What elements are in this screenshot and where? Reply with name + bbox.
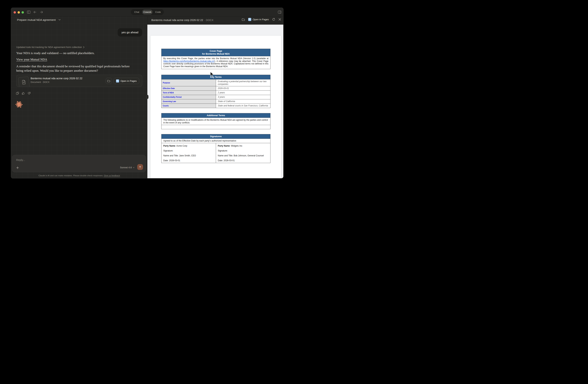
- back-icon[interactable]: [33, 11, 37, 14]
- signature-block-party2: Party Name: Widgets Inc Signature: Name …: [216, 143, 271, 163]
- additional-terms-heading: Additional Terms: [162, 113, 271, 118]
- right-sidebar-toggle-icon[interactable]: [278, 11, 281, 14]
- folder-icon: [107, 80, 110, 82]
- additional-terms-empty-row: [162, 125, 271, 129]
- zoom-window-button[interactable]: [21, 11, 24, 14]
- preview-file-type: DOCX: [206, 19, 213, 21]
- table-row: Effective Date2026-03-01: [162, 86, 271, 91]
- pages-app-icon: [248, 18, 251, 21]
- document-backdrop: Cover Page for Bonterms Mutual NDA By ex…: [147, 25, 284, 179]
- chevron-down-icon: [133, 167, 134, 168]
- signatures-table: Signatures Agreed to as of the Effective…: [161, 134, 271, 163]
- tab-code[interactable]: Code: [153, 10, 163, 15]
- bonterms-link[interactable]: https://bonterms.com/forms/bonterms-mutu…: [163, 60, 214, 62]
- open-in-pages-button[interactable]: Open in Pages: [248, 18, 269, 21]
- todo-update-row[interactable]: Updated todo list tracking for NDA agree…: [16, 46, 84, 48]
- tab-cowork[interactable]: Cowork: [142, 10, 153, 15]
- feedback-link[interactable]: Give us feedback: [104, 174, 120, 177]
- copy-icon[interactable]: [16, 92, 19, 95]
- thumbs-up-icon[interactable]: [22, 92, 25, 95]
- send-button[interactable]: [137, 164, 143, 170]
- preview-file-name: Bonterms mutual nda acme corp 2026 02 22: [151, 19, 203, 21]
- message-actions: [16, 92, 31, 95]
- refresh-icon[interactable]: [272, 18, 275, 21]
- preview-header: Bonterms mutual nda acme corp 2026 02 22…: [147, 17, 284, 25]
- user-message-text: yes go ahead: [122, 31, 138, 34]
- cover-page-table: Cover Page for Bonterms Mutual NDA By ex…: [161, 49, 271, 69]
- minimize-window-button[interactable]: [18, 11, 20, 14]
- table-row: Governing LawState of California: [162, 99, 271, 104]
- arrow-up-icon: [139, 166, 142, 168]
- table-row: Confidentiality Period3 years: [162, 95, 271, 99]
- model-label: Sonnet 4.6: [120, 166, 132, 169]
- chevron-down-icon: [59, 19, 61, 20]
- preview-panel: Bonterms mutual nda acme corp 2026 02 22…: [147, 17, 284, 179]
- disclaimer-text: Claude is AI and can make mistakes. Plea…: [38, 174, 104, 177]
- signature-block-party1: Party Name: Acme Corp Signature: Name an…: [162, 143, 216, 163]
- signatures-intro: Agreed to as of the Effective Date by ea…: [162, 139, 271, 143]
- sidebar-toggle-icon[interactable]: [27, 11, 30, 14]
- conversation-title: Prepare mutual NDA agreement: [17, 18, 56, 21]
- todo-update-text: Updated todo list tracking for NDA agree…: [16, 46, 82, 48]
- panel-resize-handle[interactable]: [146, 95, 148, 99]
- table-row: Term of NDA2 years: [162, 91, 271, 95]
- thumbs-down-icon[interactable]: [27, 92, 31, 95]
- view-nda-link[interactable]: View your Mutual NDA: [16, 58, 47, 61]
- preview-title: Bonterms mutual nda acme corp 2026 02 22…: [151, 19, 213, 21]
- attach-plus-icon[interactable]: [16, 166, 19, 169]
- file-subtitle: Document · DOCX: [31, 81, 82, 83]
- model-selector[interactable]: Sonnet 4.6: [120, 166, 134, 169]
- reply-placeholder: Reply...: [16, 158, 25, 162]
- disclaimer: Claude is AI and can make mistakes. Plea…: [11, 174, 147, 177]
- close-window-button[interactable]: [14, 11, 16, 14]
- open-in-folder-button[interactable]: [106, 78, 112, 84]
- open-in-pages-label: Open in Pages: [253, 18, 269, 21]
- file-card[interactable]: Bonterms mutual nda acme corp 2026 02 22…: [16, 75, 142, 87]
- title-separator: ·: [204, 19, 205, 21]
- tab-chat[interactable]: Chat: [131, 10, 142, 15]
- open-in-folder-icon[interactable]: [242, 18, 245, 21]
- close-icon[interactable]: [278, 18, 281, 21]
- user-message-bubble: yes go ahead: [118, 28, 142, 37]
- file-thumbnail: [18, 76, 30, 87]
- chevron-right-icon: [83, 46, 84, 48]
- document-page: Cover Page for Bonterms Mutual NDA By ex…: [150, 36, 281, 179]
- desktop: Chat Cowork Code Prepare mutual NDA agre…: [0, 0, 294, 192]
- signatures-heading: Signatures: [162, 134, 271, 139]
- cover-page-body: By executing this Cover Page, the partie…: [162, 56, 271, 69]
- pages-app-icon: [116, 80, 119, 82]
- table-row: CourtsState and federal courts in San Fr…: [162, 104, 271, 108]
- forward-icon[interactable]: [40, 11, 43, 14]
- key-terms-heading: Key Terms: [162, 75, 271, 80]
- additional-terms-body: The following additions to or modificati…: [162, 118, 271, 125]
- open-in-pages-label: Open in Pages: [121, 80, 137, 82]
- key-terms-table: Key Terms PurposeEvaluating a potential …: [161, 75, 271, 108]
- open-in-pages-button[interactable]: Open in Pages: [113, 78, 139, 84]
- assistant-reminder-text: A reminder that this document should be …: [16, 64, 137, 73]
- app-window: Chat Cowork Code Prepare mutual NDA agre…: [11, 8, 284, 179]
- additional-terms-table: Additional Terms The following additions…: [161, 113, 271, 129]
- cover-page-heading: Cover Page for Bonterms Mutual NDA: [162, 49, 271, 56]
- mode-switcher: Chat Cowork Code: [131, 9, 164, 15]
- assistant-status-text: Your NDA is ready and validated — no unf…: [16, 51, 95, 55]
- claude-logo-icon: [15, 101, 23, 108]
- table-row: PurposeEvaluating a potential partnershi…: [162, 80, 271, 86]
- document-icon: [21, 80, 26, 85]
- chat-panel: Prepare mutual NDA agreement yes go ahea…: [11, 17, 147, 179]
- reply-composer[interactable]: Reply... Sonnet 4.6: [12, 155, 146, 172]
- titlebar: Chat Cowork Code: [11, 8, 283, 17]
- conversation-title-dropdown[interactable]: Prepare mutual NDA agreement: [17, 18, 61, 22]
- file-title: Bonterms mutual nda acme corp 2026 02 22: [31, 77, 82, 80]
